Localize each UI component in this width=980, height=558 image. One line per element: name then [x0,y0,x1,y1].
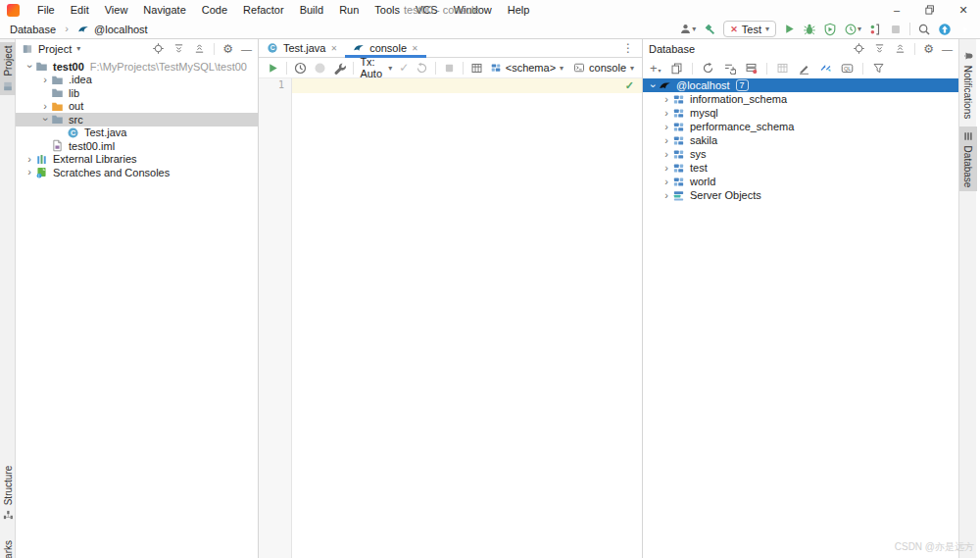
code-with-me-button[interactable]: ▾ [679,23,696,35]
attach-profiler-icon[interactable] [868,23,882,36]
execute-button[interactable] [267,62,279,75]
window-close-button[interactable]: ✕ [947,0,980,20]
run-button[interactable] [783,23,796,35]
console-editor[interactable]: 1 ✓ [259,78,642,558]
tree-item-idea[interactable]: › .idea [16,74,258,87]
run-with-coverage-button[interactable] [823,23,837,36]
console-session-select[interactable]: console ▾ [573,62,634,74]
profiler-button[interactable]: ▾ [844,23,861,36]
collapse-all-button[interactable] [894,42,906,55]
chevron-expanded-icon[interactable]: › [40,114,51,126]
select-opened-file-button[interactable] [152,42,165,55]
chevron-right-icon[interactable]: › [661,190,672,201]
chevron-right-icon[interactable]: › [661,94,672,105]
close-tab-icon[interactable]: ✕ [412,44,418,53]
data-source-properties-button[interactable] [745,62,758,75]
chevron-right-icon[interactable]: › [24,167,35,178]
chevron-right-icon[interactable]: › [39,75,51,85]
search-everywhere-button[interactable] [917,23,931,36]
chevron-expanded-icon[interactable]: › [24,61,35,73]
menu-navigate[interactable]: Navigate [135,0,193,20]
chevron-right-icon[interactable]: › [661,108,672,119]
settings-gear-icon[interactable]: ⚙ [923,42,934,56]
menu-build[interactable]: Build [292,0,331,20]
new-datasource-button[interactable]: + ▾ [650,63,662,74]
navigate-button[interactable] [819,62,832,75]
refresh-button[interactable] [702,62,714,75]
chevron-right-icon[interactable]: › [661,122,672,132]
chevron-right-icon[interactable]: › [661,149,672,160]
jump-to-query-console-button[interactable] [841,62,854,75]
stripe-tab-database[interactable]: Database [959,127,977,191]
menu-view[interactable]: View [97,0,136,20]
menu-refactor[interactable]: Refactor [235,0,292,20]
tree-item-mysql[interactable]: › mysql [643,106,958,120]
breadcrumb-localhost[interactable]: @localhost [94,24,148,35]
schema-icon [672,148,685,161]
tree-item-test-java[interactable]: Test.java [16,127,258,140]
stripe-tab-structure[interactable]: Structure [0,463,16,524]
settings-wrench-icon[interactable] [333,62,346,75]
tree-item-out[interactable]: › out [16,100,258,114]
chevron-right-icon[interactable]: › [24,154,35,165]
chevron-right-icon[interactable]: › [661,163,672,174]
menu-run[interactable]: Run [331,0,367,20]
debug-button[interactable] [803,23,816,36]
tx-mode-select[interactable]: Tx: Auto ▾ [360,56,392,79]
plugin-badge-icon[interactable] [958,23,972,36]
select-opened-object-button[interactable] [853,42,865,55]
tree-item-scratches[interactable]: › Scratches and Consoles [16,166,258,179]
tree-item-test00-iml[interactable]: test00.iml [16,139,258,153]
menu-file[interactable]: File [29,0,63,20]
expand-all-button[interactable] [873,42,886,55]
duplicate-button[interactable] [670,62,683,75]
menu-edit[interactable]: Edit [63,0,97,20]
stripe-tab-project[interactable]: Project [0,42,16,95]
menu-code[interactable]: Code [194,0,235,20]
chevron-right-icon[interactable]: › [661,177,672,187]
inspections-ok-icon[interactable]: ✓ [625,79,634,92]
expand-all-button[interactable] [172,42,185,55]
tab-console[interactable]: console ✕ [345,39,426,57]
settings-gear-icon[interactable]: ⚙ [222,42,233,56]
menu-help[interactable]: Help [500,0,538,20]
schema-select[interactable]: <schema> ▾ [490,62,564,74]
tree-item-src[interactable]: › src [16,113,258,127]
project-panel-title[interactable]: Project ▾ [22,43,80,55]
ide-update-icon[interactable] [938,23,952,36]
filter-funnel-button[interactable] [872,62,885,75]
chevron-expanded-icon[interactable]: › [648,79,659,91]
hide-panel-button[interactable]: — [241,43,252,55]
output-table-icon[interactable] [470,62,483,75]
tree-item-information-schema[interactable]: › information_schema [643,92,958,106]
tree-item-performance-schema[interactable]: › performance_schema [643,120,958,133]
window-minimize-button[interactable]: – [880,0,913,20]
tree-item-sakila[interactable]: › sakila [643,133,958,147]
close-tab-icon[interactable]: ✕ [330,44,337,53]
tab-test-java[interactable]: Test.java ✕ [259,39,345,57]
window-restore-button[interactable] [913,0,947,20]
tree-item-world[interactable]: › world [643,175,958,188]
run-configuration-select[interactable]: ✕ Test ▾ [723,21,776,37]
tree-item-external-libraries[interactable]: › External Libraries [16,153,258,167]
chevron-right-icon[interactable]: › [661,135,672,146]
stripe-tab-notifications[interactable]: Notifications [959,43,977,126]
tree-item-test00-root[interactable]: › test00 F:\MyProjects\TestMySQL\test00 [16,60,258,74]
sync-schemas-button[interactable] [723,62,736,75]
chevron-right-icon[interactable]: › [39,101,51,112]
breadcrumb-database[interactable]: Database [10,24,56,35]
stripe-tab-bookmarks[interactable]: Bookmarks [0,533,16,558]
tree-item-test[interactable]: › test [643,161,958,175]
config-error-icon: ✕ [730,25,738,34]
collapse-all-button[interactable] [193,42,206,55]
tree-item-server-objects[interactable]: › Server Objects [643,188,958,202]
menu-tools[interactable]: Tools [367,0,408,20]
tree-item-sys[interactable]: › sys [643,147,958,161]
tab-options-icon[interactable]: ⋮ [614,39,642,57]
build-hammer-icon[interactable] [703,23,716,36]
tree-item-localhost[interactable]: › @localhost 7 [643,78,958,92]
tree-item-lib[interactable]: › lib [16,86,258,100]
hide-panel-button[interactable]: — [942,43,953,55]
history-clock-icon[interactable] [294,62,307,75]
edit-source-button[interactable] [798,62,810,75]
